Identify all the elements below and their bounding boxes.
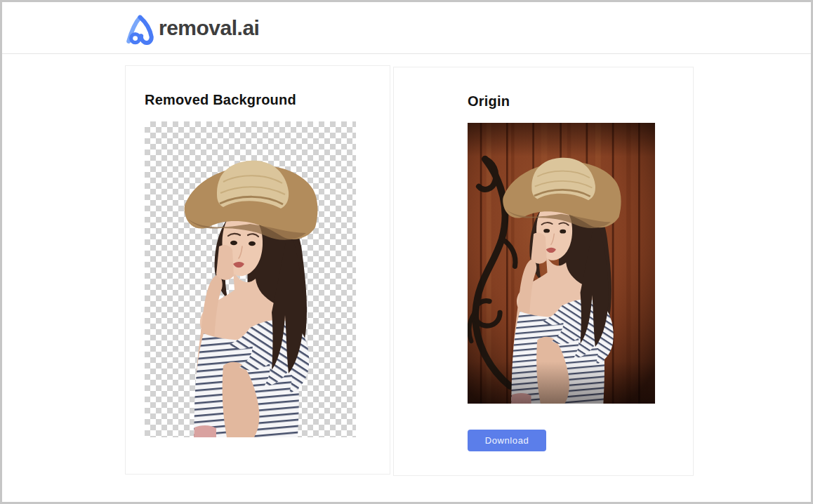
removal-ai-logo-icon	[124, 11, 157, 45]
window-frame: removal.ai Removed Background Origin	[0, 0, 813, 504]
origin-panel: Origin	[393, 67, 694, 476]
header: removal.ai	[2, 2, 811, 54]
download-button[interactable]: Download	[468, 430, 546, 451]
logo-text: removal.ai	[159, 11, 259, 45]
removed-background-title: Removed Background	[145, 91, 296, 108]
removed-background-image	[145, 121, 356, 437]
origin-title: Origin	[468, 93, 510, 110]
logo[interactable]: removal.ai	[124, 11, 259, 45]
origin-image	[468, 123, 655, 404]
removed-background-panel: Removed Background	[125, 65, 390, 475]
